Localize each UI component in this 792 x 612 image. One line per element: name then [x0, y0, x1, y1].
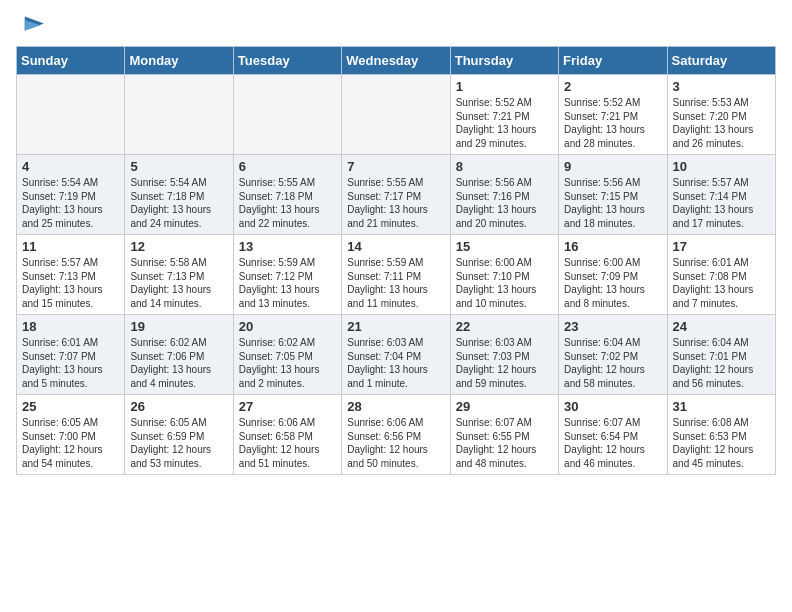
day-number: 26 [130, 399, 227, 414]
day-number: 16 [564, 239, 661, 254]
weekday-header-tuesday: Tuesday [233, 47, 341, 75]
day-info: Sunrise: 5:53 AM Sunset: 7:20 PM Dayligh… [673, 96, 770, 150]
day-info: Sunrise: 5:57 AM Sunset: 7:14 PM Dayligh… [673, 176, 770, 230]
day-number: 13 [239, 239, 336, 254]
day-number: 1 [456, 79, 553, 94]
weekday-header-wednesday: Wednesday [342, 47, 450, 75]
day-info: Sunrise: 6:08 AM Sunset: 6:53 PM Dayligh… [673, 416, 770, 470]
calendar-table: SundayMondayTuesdayWednesdayThursdayFrid… [16, 46, 776, 475]
day-info: Sunrise: 5:57 AM Sunset: 7:13 PM Dayligh… [22, 256, 119, 310]
day-info: Sunrise: 6:00 AM Sunset: 7:10 PM Dayligh… [456, 256, 553, 310]
calendar-day-cell: 5Sunrise: 5:54 AM Sunset: 7:18 PM Daylig… [125, 155, 233, 235]
calendar-day-cell: 10Sunrise: 5:57 AM Sunset: 7:14 PM Dayli… [667, 155, 775, 235]
day-number: 10 [673, 159, 770, 174]
day-info: Sunrise: 6:04 AM Sunset: 7:01 PM Dayligh… [673, 336, 770, 390]
day-number: 27 [239, 399, 336, 414]
day-info: Sunrise: 5:58 AM Sunset: 7:13 PM Dayligh… [130, 256, 227, 310]
calendar-week-row: 4Sunrise: 5:54 AM Sunset: 7:19 PM Daylig… [17, 155, 776, 235]
day-number: 31 [673, 399, 770, 414]
calendar-week-row: 18Sunrise: 6:01 AM Sunset: 7:07 PM Dayli… [17, 315, 776, 395]
calendar-day-cell: 28Sunrise: 6:06 AM Sunset: 6:56 PM Dayli… [342, 395, 450, 475]
calendar-header: SundayMondayTuesdayWednesdayThursdayFrid… [17, 47, 776, 75]
calendar-day-cell: 7Sunrise: 5:55 AM Sunset: 7:17 PM Daylig… [342, 155, 450, 235]
calendar-day-cell: 9Sunrise: 5:56 AM Sunset: 7:15 PM Daylig… [559, 155, 667, 235]
calendar-day-cell: 14Sunrise: 5:59 AM Sunset: 7:11 PM Dayli… [342, 235, 450, 315]
day-info: Sunrise: 5:59 AM Sunset: 7:11 PM Dayligh… [347, 256, 444, 310]
day-info: Sunrise: 6:02 AM Sunset: 7:05 PM Dayligh… [239, 336, 336, 390]
calendar-day-cell: 2Sunrise: 5:52 AM Sunset: 7:21 PM Daylig… [559, 75, 667, 155]
calendar-day-cell: 24Sunrise: 6:04 AM Sunset: 7:01 PM Dayli… [667, 315, 775, 395]
day-info: Sunrise: 6:03 AM Sunset: 7:03 PM Dayligh… [456, 336, 553, 390]
day-number: 8 [456, 159, 553, 174]
day-number: 15 [456, 239, 553, 254]
day-number: 3 [673, 79, 770, 94]
calendar-day-cell: 18Sunrise: 6:01 AM Sunset: 7:07 PM Dayli… [17, 315, 125, 395]
day-info: Sunrise: 6:07 AM Sunset: 6:55 PM Dayligh… [456, 416, 553, 470]
day-number: 4 [22, 159, 119, 174]
day-number: 24 [673, 319, 770, 334]
calendar-day-cell: 29Sunrise: 6:07 AM Sunset: 6:55 PM Dayli… [450, 395, 558, 475]
weekday-header-row: SundayMondayTuesdayWednesdayThursdayFrid… [17, 47, 776, 75]
calendar-day-cell: 13Sunrise: 5:59 AM Sunset: 7:12 PM Dayli… [233, 235, 341, 315]
calendar-day-cell: 23Sunrise: 6:04 AM Sunset: 7:02 PM Dayli… [559, 315, 667, 395]
logo [16, 16, 48, 36]
calendar-day-cell: 27Sunrise: 6:06 AM Sunset: 6:58 PM Dayli… [233, 395, 341, 475]
day-info: Sunrise: 6:06 AM Sunset: 6:58 PM Dayligh… [239, 416, 336, 470]
day-info: Sunrise: 6:03 AM Sunset: 7:04 PM Dayligh… [347, 336, 444, 390]
calendar-week-row: 11Sunrise: 5:57 AM Sunset: 7:13 PM Dayli… [17, 235, 776, 315]
calendar-body: 1Sunrise: 5:52 AM Sunset: 7:21 PM Daylig… [17, 75, 776, 475]
day-number: 12 [130, 239, 227, 254]
day-number: 25 [22, 399, 119, 414]
day-number: 9 [564, 159, 661, 174]
calendar-day-cell: 4Sunrise: 5:54 AM Sunset: 7:19 PM Daylig… [17, 155, 125, 235]
day-number: 29 [456, 399, 553, 414]
weekday-header-friday: Friday [559, 47, 667, 75]
calendar-day-cell: 20Sunrise: 6:02 AM Sunset: 7:05 PM Dayli… [233, 315, 341, 395]
day-info: Sunrise: 5:55 AM Sunset: 7:18 PM Dayligh… [239, 176, 336, 230]
day-info: Sunrise: 6:01 AM Sunset: 7:07 PM Dayligh… [22, 336, 119, 390]
day-info: Sunrise: 5:56 AM Sunset: 7:15 PM Dayligh… [564, 176, 661, 230]
day-number: 20 [239, 319, 336, 334]
calendar-day-cell: 1Sunrise: 5:52 AM Sunset: 7:21 PM Daylig… [450, 75, 558, 155]
day-number: 21 [347, 319, 444, 334]
calendar-week-row: 25Sunrise: 6:05 AM Sunset: 7:00 PM Dayli… [17, 395, 776, 475]
calendar-day-cell: 31Sunrise: 6:08 AM Sunset: 6:53 PM Dayli… [667, 395, 775, 475]
calendar-day-cell [17, 75, 125, 155]
weekday-header-monday: Monday [125, 47, 233, 75]
day-info: Sunrise: 6:01 AM Sunset: 7:08 PM Dayligh… [673, 256, 770, 310]
day-number: 11 [22, 239, 119, 254]
day-number: 30 [564, 399, 661, 414]
day-info: Sunrise: 5:56 AM Sunset: 7:16 PM Dayligh… [456, 176, 553, 230]
calendar-day-cell [125, 75, 233, 155]
calendar-day-cell: 26Sunrise: 6:05 AM Sunset: 6:59 PM Dayli… [125, 395, 233, 475]
day-info: Sunrise: 5:52 AM Sunset: 7:21 PM Dayligh… [456, 96, 553, 150]
day-number: 28 [347, 399, 444, 414]
calendar-day-cell: 22Sunrise: 6:03 AM Sunset: 7:03 PM Dayli… [450, 315, 558, 395]
day-number: 22 [456, 319, 553, 334]
day-number: 14 [347, 239, 444, 254]
weekday-header-sunday: Sunday [17, 47, 125, 75]
day-info: Sunrise: 6:06 AM Sunset: 6:56 PM Dayligh… [347, 416, 444, 470]
day-info: Sunrise: 5:52 AM Sunset: 7:21 PM Dayligh… [564, 96, 661, 150]
day-info: Sunrise: 6:05 AM Sunset: 6:59 PM Dayligh… [130, 416, 227, 470]
logo-icon [16, 16, 44, 36]
day-info: Sunrise: 5:54 AM Sunset: 7:19 PM Dayligh… [22, 176, 119, 230]
day-number: 6 [239, 159, 336, 174]
calendar-day-cell: 25Sunrise: 6:05 AM Sunset: 7:00 PM Dayli… [17, 395, 125, 475]
calendar-day-cell: 8Sunrise: 5:56 AM Sunset: 7:16 PM Daylig… [450, 155, 558, 235]
day-number: 7 [347, 159, 444, 174]
calendar-day-cell: 17Sunrise: 6:01 AM Sunset: 7:08 PM Dayli… [667, 235, 775, 315]
day-info: Sunrise: 6:04 AM Sunset: 7:02 PM Dayligh… [564, 336, 661, 390]
calendar-day-cell: 16Sunrise: 6:00 AM Sunset: 7:09 PM Dayli… [559, 235, 667, 315]
calendar-day-cell: 19Sunrise: 6:02 AM Sunset: 7:06 PM Dayli… [125, 315, 233, 395]
calendar-day-cell: 12Sunrise: 5:58 AM Sunset: 7:13 PM Dayli… [125, 235, 233, 315]
calendar-day-cell [342, 75, 450, 155]
calendar-week-row: 1Sunrise: 5:52 AM Sunset: 7:21 PM Daylig… [17, 75, 776, 155]
day-number: 23 [564, 319, 661, 334]
calendar-day-cell [233, 75, 341, 155]
calendar-day-cell: 15Sunrise: 6:00 AM Sunset: 7:10 PM Dayli… [450, 235, 558, 315]
day-info: Sunrise: 5:59 AM Sunset: 7:12 PM Dayligh… [239, 256, 336, 310]
day-info: Sunrise: 6:07 AM Sunset: 6:54 PM Dayligh… [564, 416, 661, 470]
calendar-day-cell: 3Sunrise: 5:53 AM Sunset: 7:20 PM Daylig… [667, 75, 775, 155]
calendar-day-cell: 21Sunrise: 6:03 AM Sunset: 7:04 PM Dayli… [342, 315, 450, 395]
